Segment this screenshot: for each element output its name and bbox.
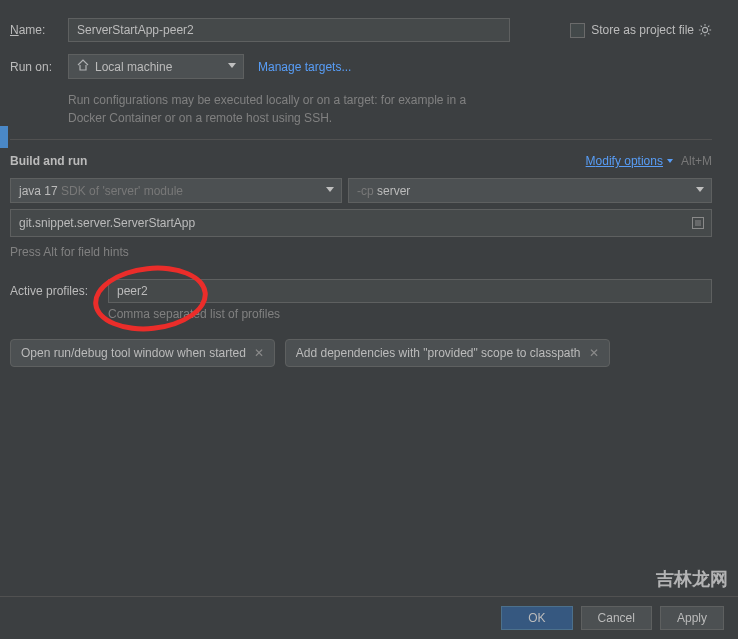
store-checkbox[interactable]	[570, 23, 585, 38]
chevron-down-icon	[326, 187, 334, 192]
close-icon[interactable]: ✕	[589, 346, 599, 360]
modify-options-link[interactable]: Modify options	[586, 154, 673, 168]
list-icon[interactable]	[691, 216, 705, 230]
section-divider	[10, 139, 712, 140]
name-label: Name:	[10, 23, 68, 37]
gear-icon[interactable]	[698, 23, 712, 37]
chip-provided-scope[interactable]: Add dependencies with "provided" scope t…	[285, 339, 610, 367]
run-target-value: Local machine	[95, 60, 172, 74]
classpath-combo[interactable]: -cp server	[348, 178, 712, 203]
dialog-footer: OK Cancel Apply	[0, 596, 738, 639]
chevron-down-icon	[696, 187, 704, 192]
active-profiles-label: Active profiles:	[10, 284, 108, 298]
manage-targets-link[interactable]: Manage targets...	[258, 60, 351, 74]
jre-value: java 17 SDK of 'server' module	[19, 184, 183, 198]
ok-button[interactable]: OK	[501, 606, 572, 630]
classpath-value: -cp server	[357, 184, 410, 198]
chip-label: Add dependencies with "provided" scope t…	[296, 346, 581, 360]
home-icon	[77, 59, 89, 74]
main-class-value: git.snippet.server.ServerStartApp	[19, 216, 195, 230]
profiles-hint: Comma separated list of profiles	[108, 307, 712, 321]
selection-marker	[0, 126, 8, 148]
watermark: 吉林龙网	[656, 567, 728, 591]
chip-label: Open run/debug tool window when started	[21, 346, 246, 360]
modify-shortcut: Alt+M	[681, 154, 712, 168]
active-profiles-input[interactable]	[108, 279, 712, 303]
chevron-down-icon	[667, 159, 673, 163]
store-label: Store as project file	[591, 23, 694, 37]
main-class-field[interactable]: git.snippet.server.ServerStartApp	[10, 209, 712, 237]
svg-point-0	[702, 27, 707, 32]
build-run-title: Build and run	[10, 154, 87, 168]
run-on-label: Run on:	[10, 60, 68, 74]
name-input[interactable]	[68, 18, 510, 42]
apply-button[interactable]: Apply	[660, 606, 724, 630]
run-target-combo[interactable]: Local machine	[68, 54, 244, 79]
close-icon[interactable]: ✕	[254, 346, 264, 360]
cancel-button[interactable]: Cancel	[581, 606, 652, 630]
chevron-down-icon	[228, 63, 236, 68]
run-on-hint: Run configurations may be executed local…	[68, 91, 498, 127]
jre-combo[interactable]: java 17 SDK of 'server' module	[10, 178, 342, 203]
chip-open-tool-window[interactable]: Open run/debug tool window when started …	[10, 339, 275, 367]
alt-hint: Press Alt for field hints	[10, 243, 712, 261]
